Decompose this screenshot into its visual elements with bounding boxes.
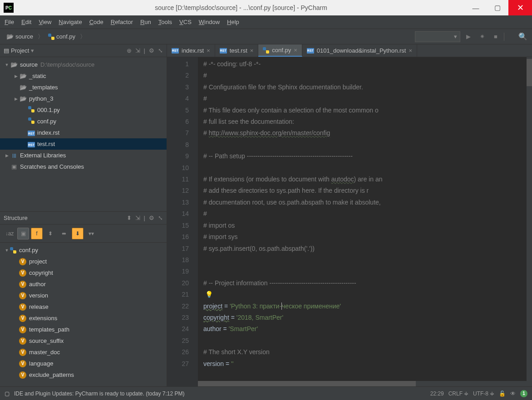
stop-button[interactable]: ■: [490, 31, 501, 42]
menu-window[interactable]: Window: [199, 19, 220, 25]
folder-icon: [6, 33, 14, 40]
menu-help[interactable]: Help: [227, 19, 239, 25]
show-fields-button[interactable]: f: [31, 228, 43, 239]
tab-0101_download-instal_python-rst[interactable]: 0101_download&instal_Python.rst×: [302, 44, 417, 57]
separator: |: [144, 47, 145, 54]
expand-all-button[interactable]: ⬍: [44, 228, 56, 239]
project-tool-icon: ▤: [4, 47, 9, 54]
menu-run[interactable]: Run: [140, 19, 151, 25]
settings-icon[interactable]: ⚙: [149, 47, 154, 54]
close-button[interactable]: ✕: [508, 0, 532, 15]
line-ending[interactable]: CRLF ≑: [448, 390, 468, 397]
sort-type-button[interactable]: ▣: [17, 228, 29, 239]
tree-item-index-rst[interactable]: index.rst: [0, 127, 167, 138]
cursor-position[interactable]: 22:29: [430, 390, 444, 397]
status-message[interactable]: IDE and Plugin Updates: PyCharm is ready…: [14, 390, 426, 397]
hide-icon[interactable]: ⤡: [158, 215, 163, 221]
menu-refactor[interactable]: Refactor: [111, 19, 133, 25]
tree-item-test-rst[interactable]: test.rst: [0, 138, 167, 150]
app-icon: PC: [4, 3, 14, 13]
encoding[interactable]: UTF-8 ≑: [473, 390, 494, 397]
inspection-icon[interactable]: 👁: [510, 390, 516, 397]
code-content[interactable]: # -*- coding: utf-8 -*-## Configuration …: [198, 57, 532, 386]
tree-item-_static[interactable]: ▶_static: [0, 70, 167, 82]
tree-item-conf-py[interactable]: conf.py: [0, 116, 167, 127]
project-panel-title[interactable]: Project: [11, 47, 29, 54]
external-label: External Libraries: [20, 152, 66, 159]
menu-edit[interactable]: Edit: [21, 19, 31, 25]
hide-icon[interactable]: ⤡: [158, 47, 163, 54]
structure-var-exclude_patterns[interactable]: Vexclude_patterns: [0, 369, 167, 380]
structure-var-language[interactable]: Vlanguage: [0, 358, 167, 369]
tab-index-rst[interactable]: index.rst×: [167, 44, 215, 57]
tree-item-000-1-py[interactable]: 000.1.py: [0, 104, 167, 116]
structure-panel-header: Structure ⬍ ⇲ | ⚙ ⤡: [0, 212, 167, 224]
structure-var-author[interactable]: Vauthor: [0, 278, 167, 290]
tree-root-path: D:\temp\sdoc\source: [40, 61, 94, 68]
scratch-icon: ▣: [10, 163, 18, 170]
menu-file[interactable]: File: [5, 19, 14, 25]
project-tree[interactable]: ▼ source D:\temp\sdoc\source ▶_static_te…: [0, 57, 167, 211]
tree-item-_templates[interactable]: _templates: [0, 82, 167, 93]
settings-icon[interactable]: ⚙: [149, 215, 154, 221]
titlebar: PC source [D:\temp\sdoc\source] - ...\co…: [0, 0, 532, 15]
window-title: source [D:\temp\sdoc\source] - ...\conf.…: [17, 4, 465, 11]
navbar: source 〉 conf.py 〉 ▾ ▶ ✷ ■ 🔍: [0, 29, 532, 44]
gutter[interactable]: 1234567891011121314151617181920212223242…: [167, 57, 198, 386]
menu-tools[interactable]: Tools: [158, 19, 172, 25]
structure-var-templates_path[interactable]: Vtemplates_path: [0, 324, 167, 335]
close-tab-icon[interactable]: ×: [409, 47, 412, 54]
breadcrumb[interactable]: source 〉 conf.py 〉: [4, 32, 86, 41]
external-libraries[interactable]: ▶⫼ External Libraries: [0, 150, 167, 161]
structure-var-release[interactable]: Vrelease: [0, 301, 167, 312]
run-button[interactable]: ▶: [463, 31, 474, 42]
tree-root[interactable]: ▼ source D:\temp\sdoc\source: [0, 59, 167, 70]
collapse-icon[interactable]: ⇲: [135, 47, 140, 54]
structure-var-copyright[interactable]: Vcopyright: [0, 267, 167, 278]
structure-var-project[interactable]: Vproject: [0, 256, 167, 267]
library-icon: ⫼: [10, 152, 18, 159]
menu-code[interactable]: Code: [89, 19, 103, 25]
status-icon[interactable]: ▢: [5, 390, 10, 397]
editor-tabs: index.rst×test.rst×conf.py×0101_download…: [167, 44, 532, 57]
run-config-dropdown[interactable]: ▾: [415, 31, 460, 42]
structure-file[interactable]: ▼ conf.py: [0, 244, 167, 256]
horizontal-scrollbar[interactable]: [198, 381, 527, 386]
tree-item-python_3[interactable]: ▶python_3: [0, 93, 167, 104]
close-tab-icon[interactable]: ×: [250, 47, 254, 54]
search-button[interactable]: 🔍: [517, 31, 528, 42]
close-tab-icon[interactable]: ×: [207, 47, 210, 54]
breadcrumb-folder[interactable]: source: [15, 33, 33, 40]
locate-icon[interactable]: ⊕: [127, 47, 132, 54]
menu-navigate[interactable]: Navigate: [59, 19, 82, 25]
vertical-scrollbar[interactable]: [527, 57, 532, 386]
structure-var-source_suffix[interactable]: Vsource_suffix: [0, 335, 167, 346]
debug-button[interactable]: ✷: [477, 31, 488, 42]
tab-conf-py[interactable]: conf.py×: [258, 44, 302, 57]
notification-badge[interactable]: 1: [520, 390, 527, 397]
menu-view[interactable]: View: [39, 19, 51, 25]
sort-alpha-button[interactable]: ↓aᴢ: [4, 228, 15, 239]
structure-var-version[interactable]: Vversion: [0, 290, 167, 301]
expand-icon[interactable]: ⬍: [127, 215, 132, 221]
structure-var-extensions[interactable]: Vextensions: [0, 312, 167, 324]
lock-icon[interactable]: 🔓: [499, 390, 506, 397]
editor[interactable]: index.rst×test.rst×conf.py×0101_download…: [167, 44, 532, 386]
structure-file-label: conf.py: [19, 247, 38, 254]
tab-test-rst[interactable]: test.rst×: [215, 44, 259, 57]
close-tab-icon[interactable]: ×: [294, 47, 297, 54]
collapse-all-button[interactable]: ⬌: [58, 228, 70, 239]
structure-tree[interactable]: ▼ conf.py VprojectVcopyrightVauthorVvers…: [0, 243, 167, 386]
minimize-button[interactable]: —: [465, 0, 487, 15]
scratches[interactable]: ▣ Scratches and Consoles: [0, 161, 167, 172]
autoscroll-button[interactable]: ⬇: [72, 228, 84, 239]
filter-button[interactable]: ▾▾: [85, 228, 97, 239]
collapse-icon[interactable]: ⇲: [135, 215, 140, 221]
structure-panel-title[interactable]: Structure: [4, 215, 28, 221]
maximize-button[interactable]: ▢: [487, 0, 508, 15]
python-icon: [48, 34, 54, 40]
breadcrumb-file[interactable]: conf.py: [56, 33, 75, 40]
structure-var-master_doc[interactable]: Vmaster_doc: [0, 346, 167, 358]
menu-vcs[interactable]: VCS: [179, 19, 192, 25]
tree-root-label: source: [20, 61, 38, 68]
